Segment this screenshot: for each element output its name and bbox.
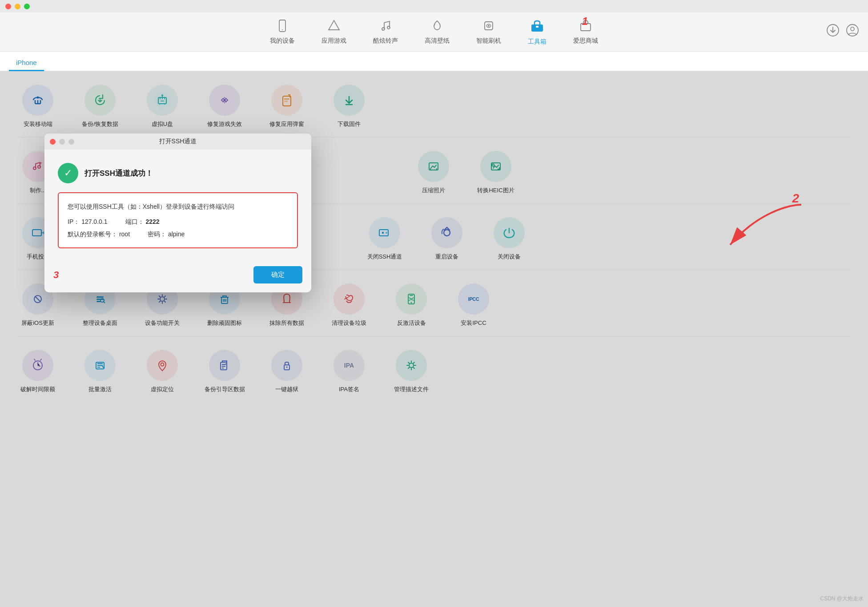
smart-flash-icon <box>482 19 495 35</box>
modal-ip-row: IP： 127.0.0.1 端口： 2222 <box>68 215 288 228</box>
annotation-2: 2 <box>792 191 799 206</box>
watermark: CSDN @大炮走水 <box>820 595 864 603</box>
ringtone-icon <box>379 19 392 35</box>
tabbar: iPhone <box>0 52 868 71</box>
modal-credentials-row: 默认的登录帐号： root 密码： alpine <box>68 228 288 240</box>
nav-toolbox-label: 工具箱 <box>528 38 547 46</box>
password-label: 密码： alpine <box>148 228 185 240</box>
minimize-button[interactable] <box>15 4 20 9</box>
nav-smart-flash-label: 智能刷机 <box>476 37 501 45</box>
modal-success-text: 打开SSH通道成功！ <box>84 168 153 178</box>
ssh-modal: 打开SSH通道 ✓ 打开SSH通道成功！ 您可以使用SSH工具（如：Xshell… <box>44 134 311 292</box>
nav-my-device[interactable]: 我的设备 <box>270 19 295 45</box>
nav-apps[interactable]: 应用游戏 <box>321 19 346 45</box>
modal-body: ✓ 打开SSH通道成功！ 您可以使用SSH工具（如：Xshell）登录到设备进行… <box>44 150 311 266</box>
svg-rect-8 <box>536 26 538 28</box>
modal-success-row: ✓ 打开SSH通道成功！ <box>58 163 298 183</box>
nav-my-device-label: 我的设备 <box>270 37 295 45</box>
modal-title: 打开SSH通道 <box>159 138 197 146</box>
tab-iphone[interactable]: iPhone <box>9 55 44 71</box>
svg-marker-2 <box>329 20 339 30</box>
nav-wallpaper-label: 高清壁纸 <box>425 37 450 45</box>
success-icon: ✓ <box>58 163 78 183</box>
modal-info-main: 您可以使用SSH工具（如：Xshell）登录到设备进行终端访问 <box>68 200 288 213</box>
account-label: 默认的登录帐号： root <box>68 228 130 240</box>
download-icon[interactable] <box>826 24 840 40</box>
ip-label: IP： 127.0.0.1 <box>68 215 108 228</box>
nav-ringtone-label: 酷炫铃声 <box>373 37 398 45</box>
main-content: 安装移动端 备份/恢复数据 虚拟U盘 修复游戏失效 <box>0 71 868 607</box>
nav-apps-label: 应用游戏 <box>321 37 346 45</box>
annotation-1: 1 <box>582 15 588 28</box>
svg-point-12 <box>851 27 854 31</box>
modal-info-box: 您可以使用SSH工具（如：Xshell）登录到设备进行终端访问 IP： 127.… <box>58 192 298 248</box>
confirm-button[interactable]: 确定 <box>253 266 302 283</box>
red-arrow-annotation <box>721 200 810 258</box>
modal-minimize-button[interactable] <box>59 139 65 145</box>
nav-store-label: 爱思商城 <box>573 37 598 45</box>
modal-overlay: 打开SSH通道 ✓ 打开SSH通道成功！ 您可以使用SSH工具（如：Xshell… <box>0 71 868 607</box>
svg-rect-7 <box>531 24 543 32</box>
top-navigation: 我的设备 应用游戏 酷炫铃声 高清壁纸 智能刷机 <box>0 12 868 52</box>
toolbox-icon <box>530 18 545 36</box>
modal-footer: 3 确定 <box>44 266 311 292</box>
svg-point-6 <box>488 25 490 27</box>
close-button[interactable] <box>5 4 11 9</box>
modal-maximize-button[interactable] <box>68 139 74 145</box>
nav-items: 我的设备 应用游戏 酷炫铃声 高清壁纸 智能刷机 <box>270 18 598 46</box>
apps-icon <box>327 19 341 35</box>
topnav-right-actions <box>826 24 859 40</box>
nav-wallpaper[interactable]: 高清壁纸 <box>425 19 450 45</box>
port-row: 端口： 2222 <box>125 215 160 228</box>
maximize-button[interactable] <box>24 4 30 9</box>
modal-titlebar: 打开SSH通道 <box>44 134 311 150</box>
annotation-3: 3 <box>53 269 59 281</box>
modal-close-button[interactable] <box>50 139 56 145</box>
wallpaper-icon <box>430 19 444 35</box>
nav-toolbox[interactable]: 工具箱 <box>528 18 547 46</box>
device-icon <box>276 19 289 35</box>
titlebar <box>0 0 868 12</box>
nav-ringtone[interactable]: 酷炫铃声 <box>373 19 398 45</box>
user-icon[interactable] <box>846 24 859 40</box>
nav-smart-flash[interactable]: 智能刷机 <box>476 19 501 45</box>
